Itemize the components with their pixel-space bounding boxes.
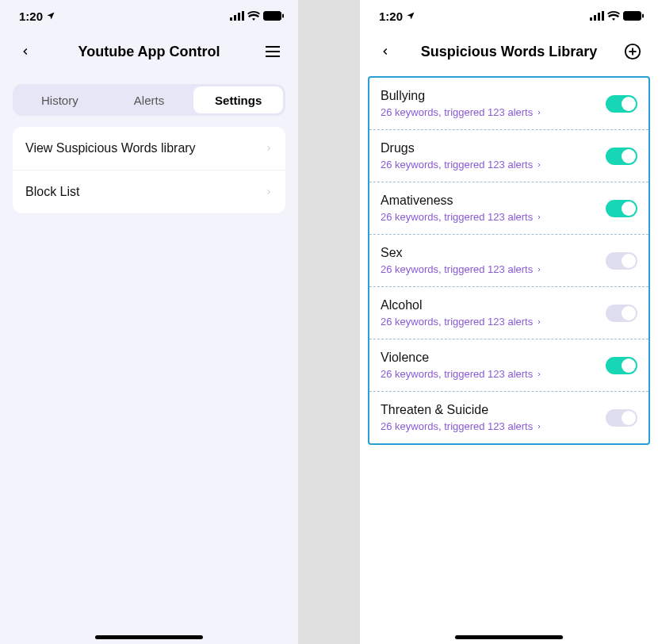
category-sex[interactable]: Sex 26 keywords, triggered 123 alerts [369,235,648,287]
chevron-right-icon [265,143,273,154]
category-subtitle-wrap: 26 keywords, triggered 123 alerts [381,368,542,380]
category-subtitle: 26 keywords, triggered 123 alerts [381,316,533,328]
battery-icon [263,11,284,21]
chevron-right-icon [536,213,542,221]
row-view-suspicious-words[interactable]: View Suspicious Words library [13,127,285,170]
category-subtitle-wrap: 26 keywords, triggered 123 alerts [381,106,542,118]
library-list: Bullying 26 keywords, triggered 123 aler… [368,76,650,445]
toggle-threaten-suicide[interactable] [606,409,637,427]
tab-alerts[interactable]: Alerts [105,86,194,113]
category-title: Drugs [381,141,542,155]
toggle-bullying[interactable] [606,95,637,113]
category-title: Amativeness [381,194,542,208]
location-icon [406,11,415,21]
chevron-right-icon [265,186,273,197]
svg-rect-10 [594,15,596,21]
chevron-left-icon [380,46,391,57]
category-violence[interactable]: Violence 26 keywords, triggered 123 aler… [369,339,648,392]
plus-circle-icon [624,43,641,60]
tab-history[interactable]: History [15,86,105,113]
chevron-left-icon [20,46,31,57]
battery-icon [623,11,644,21]
svg-rect-14 [642,14,644,18]
back-button[interactable] [16,42,35,61]
phone-right-library: 1:20 Suspicious Words Library Bullying 2… [360,0,658,644]
row-label: Block List [25,185,79,199]
svg-rect-9 [590,17,592,21]
toggle-violence[interactable] [606,357,637,374]
category-subtitle-wrap: 26 keywords, triggered 123 alerts [381,420,542,432]
category-info: Drugs 26 keywords, triggered 123 alerts [381,141,542,171]
category-subtitle-wrap: 26 keywords, triggered 123 alerts [381,263,542,275]
svg-rect-5 [282,14,284,18]
svg-rect-0 [230,17,232,21]
category-title: Violence [381,351,542,365]
category-subtitle-wrap: 26 keywords, triggered 123 alerts [381,316,542,328]
page-title: Youtube App Control [35,44,263,60]
category-bullying[interactable]: Bullying 26 keywords, triggered 123 aler… [369,78,648,130]
row-label: View Suspicious Words library [25,141,196,155]
svg-rect-12 [602,11,604,21]
home-indicator[interactable] [95,635,203,639]
toggle-amativeness[interactable] [606,200,637,217]
menu-button[interactable] [263,42,282,61]
wifi-icon [247,11,260,21]
row-block-list[interactable]: Block List [13,170,285,213]
category-subtitle: 26 keywords, triggered 123 alerts [381,263,533,275]
category-info: Threaten & Suicide 26 keywords, triggere… [381,403,542,432]
category-title: Alcohol [381,298,542,312]
signal-icon [230,11,244,21]
category-amativeness[interactable]: Amativeness 26 keywords, triggered 123 a… [369,182,648,235]
nav-bar: Suspicious Words Library [360,32,658,71]
chevron-right-icon [536,161,542,169]
toggle-knob [622,97,636,111]
page-title: Suspicious Words Library [395,44,623,60]
category-subtitle: 26 keywords, triggered 123 alerts [381,159,533,171]
category-title: Bullying [381,89,542,103]
svg-rect-2 [238,13,240,21]
add-button[interactable] [623,42,642,61]
category-info: Alcohol 26 keywords, triggered 123 alert… [381,298,542,328]
toggle-alcohol[interactable] [606,305,637,322]
category-title: Sex [381,246,542,260]
category-subtitle: 26 keywords, triggered 123 alerts [381,211,533,223]
category-subtitle-wrap: 26 keywords, triggered 123 alerts [381,211,542,223]
svg-rect-3 [242,11,244,21]
back-button[interactable] [376,42,395,61]
category-drugs[interactable]: Drugs 26 keywords, triggered 123 alerts [369,130,648,182]
toggle-knob [622,149,636,163]
chevron-right-icon [536,370,542,378]
toggle-drugs[interactable] [606,148,637,165]
category-subtitle-wrap: 26 keywords, triggered 123 alerts [381,159,542,171]
category-subtitle: 26 keywords, triggered 123 alerts [381,368,533,380]
category-info: Amativeness 26 keywords, triggered 123 a… [381,194,542,223]
category-info: Sex 26 keywords, triggered 123 alerts [381,246,542,275]
category-subtitle: 26 keywords, triggered 123 alerts [381,420,533,432]
status-bar: 1:20 [0,0,298,32]
tab-settings[interactable]: Settings [193,86,283,113]
toggle-knob [622,201,636,216]
toggle-knob [622,306,636,320]
status-time: 1:20 [379,10,403,23]
category-subtitle: 26 keywords, triggered 123 alerts [381,106,533,118]
toggle-sex[interactable] [606,252,637,270]
wifi-icon [607,11,620,21]
chevron-right-icon [536,266,542,274]
toggle-knob [622,254,636,268]
toggle-knob [622,358,636,373]
signal-icon [590,11,604,21]
nav-bar: Youtube App Control [0,32,298,71]
category-alcohol[interactable]: Alcohol 26 keywords, triggered 123 alert… [369,287,648,339]
chevron-right-icon [536,318,542,326]
home-indicator[interactable] [455,635,563,639]
settings-card: View Suspicious Words library Block List [13,127,285,213]
category-threaten-suicide[interactable]: Threaten & Suicide 26 keywords, triggere… [369,392,648,443]
status-right [230,11,284,21]
status-bar: 1:20 [360,0,658,32]
status-left: 1:20 [379,10,415,23]
category-title: Threaten & Suicide [381,403,542,417]
status-time: 1:20 [19,10,43,23]
svg-rect-1 [234,15,236,21]
status-left: 1:20 [19,10,55,23]
category-info: Bullying 26 keywords, triggered 123 aler… [381,89,542,118]
